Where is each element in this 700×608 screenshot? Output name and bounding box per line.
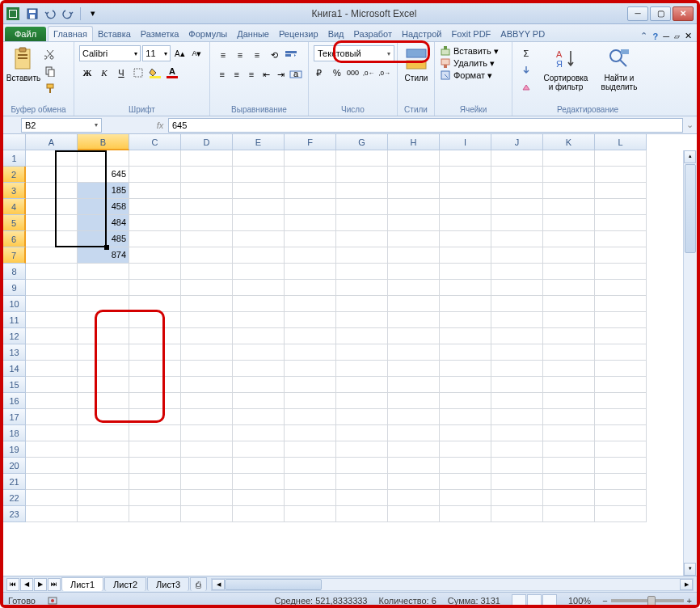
cell-F20[interactable] bbox=[285, 458, 336, 474]
cell-A7[interactable] bbox=[26, 247, 78, 264]
cell-B11[interactable] bbox=[78, 312, 129, 328]
cell-F23[interactable] bbox=[285, 506, 336, 522]
cell-I1[interactable] bbox=[440, 150, 491, 167]
cell-H6[interactable] bbox=[388, 231, 440, 247]
cell-K18[interactable] bbox=[543, 425, 595, 441]
align-middle-icon[interactable]: ≡ bbox=[232, 47, 248, 63]
col-header-K[interactable]: K bbox=[543, 134, 595, 150]
maximize-button[interactable]: ▢ bbox=[650, 6, 671, 21]
cell-A22[interactable] bbox=[26, 490, 78, 506]
cell-C1[interactable] bbox=[129, 150, 181, 167]
cell-J13[interactable] bbox=[491, 344, 543, 361]
cell-E1[interactable] bbox=[233, 150, 285, 167]
row-header-22[interactable]: 22 bbox=[3, 490, 26, 506]
cell-H19[interactable] bbox=[388, 441, 440, 458]
cell-C21[interactable] bbox=[129, 474, 181, 490]
sheet-tab-1[interactable]: Лист1 bbox=[61, 577, 103, 591]
cell-G11[interactable] bbox=[336, 312, 388, 328]
clear-icon[interactable] bbox=[517, 79, 535, 95]
cell-G13[interactable] bbox=[336, 344, 388, 361]
cell-F17[interactable] bbox=[285, 409, 336, 425]
row-header-8[interactable]: 8 bbox=[3, 264, 26, 280]
cell-E2[interactable] bbox=[233, 167, 285, 183]
cell-D2[interactable] bbox=[181, 167, 233, 183]
cell-B1[interactable] bbox=[78, 150, 129, 167]
tab-data[interactable]: Данные bbox=[232, 27, 274, 41]
cell-C2[interactable] bbox=[129, 167, 181, 183]
cell-A20[interactable] bbox=[26, 458, 78, 474]
cell-H11[interactable] bbox=[388, 312, 440, 328]
cell-E15[interactable] bbox=[233, 377, 285, 393]
cell-A15[interactable] bbox=[26, 377, 78, 393]
cell-E8[interactable] bbox=[233, 264, 285, 280]
cell-C12[interactable] bbox=[129, 328, 181, 344]
new-sheet-icon[interactable]: ⎙ bbox=[190, 577, 207, 591]
cell-D10[interactable] bbox=[181, 296, 233, 312]
cell-E6[interactable] bbox=[233, 231, 285, 247]
row-header-11[interactable]: 11 bbox=[3, 312, 26, 328]
cell-E10[interactable] bbox=[233, 296, 285, 312]
cell-H23[interactable] bbox=[388, 506, 440, 522]
col-header-J[interactable]: J bbox=[491, 134, 543, 150]
cell-K14[interactable] bbox=[543, 361, 595, 377]
cell-F5[interactable] bbox=[285, 215, 336, 231]
cell-K6[interactable] bbox=[543, 231, 595, 247]
grow-font-icon[interactable]: A▴ bbox=[172, 45, 188, 61]
mdi-restore-icon[interactable]: ▱ bbox=[674, 32, 680, 40]
cell-L10[interactable] bbox=[595, 296, 647, 312]
cell-B16[interactable] bbox=[78, 393, 129, 409]
cell-A13[interactable] bbox=[26, 344, 78, 361]
cell-I18[interactable] bbox=[440, 425, 491, 441]
font-size-combo[interactable]: 11▾ bbox=[142, 45, 171, 61]
cell-L1[interactable] bbox=[595, 150, 647, 167]
cell-B4[interactable]: 458 bbox=[78, 199, 129, 215]
cell-B18[interactable] bbox=[78, 425, 129, 441]
align-center-icon[interactable]: ≡ bbox=[230, 66, 243, 82]
cell-C22[interactable] bbox=[129, 490, 181, 506]
cell-L21[interactable] bbox=[595, 474, 647, 490]
cell-I15[interactable] bbox=[440, 377, 491, 393]
cell-D4[interactable] bbox=[181, 199, 233, 215]
cell-C5[interactable] bbox=[129, 215, 181, 231]
cell-F18[interactable] bbox=[285, 425, 336, 441]
cell-G14[interactable] bbox=[336, 361, 388, 377]
cell-E3[interactable] bbox=[233, 183, 285, 199]
percent-icon[interactable]: % bbox=[330, 65, 345, 81]
cell-H22[interactable] bbox=[388, 490, 440, 506]
cell-K3[interactable] bbox=[543, 183, 595, 199]
cell-I3[interactable] bbox=[440, 183, 491, 199]
cell-E20[interactable] bbox=[233, 458, 285, 474]
cell-J4[interactable] bbox=[491, 199, 543, 215]
mdi-close-icon[interactable]: ✕ bbox=[685, 31, 692, 41]
save-button[interactable] bbox=[24, 6, 40, 22]
cell-E9[interactable] bbox=[233, 280, 285, 296]
cell-C14[interactable] bbox=[129, 361, 181, 377]
cell-G12[interactable] bbox=[336, 328, 388, 344]
cell-I13[interactable] bbox=[440, 344, 491, 361]
cell-C19[interactable] bbox=[129, 441, 181, 458]
cell-H16[interactable] bbox=[388, 393, 440, 409]
cell-C4[interactable] bbox=[129, 199, 181, 215]
cell-F19[interactable] bbox=[285, 441, 336, 458]
cell-H15[interactable] bbox=[388, 377, 440, 393]
styles-button[interactable]: Стили bbox=[401, 44, 432, 104]
cell-G19[interactable] bbox=[336, 441, 388, 458]
currency-icon[interactable]: ₽ bbox=[314, 65, 329, 81]
cell-I21[interactable] bbox=[440, 474, 491, 490]
col-header-E[interactable]: E bbox=[233, 134, 285, 150]
cell-C3[interactable] bbox=[129, 183, 181, 199]
cell-F2[interactable] bbox=[285, 167, 336, 183]
mdi-minimize-icon[interactable]: ─ bbox=[663, 32, 669, 41]
cell-J3[interactable] bbox=[491, 183, 543, 199]
cell-H12[interactable] bbox=[388, 328, 440, 344]
insert-cells-button[interactable]: Вставить ▾ bbox=[440, 45, 507, 57]
cell-I20[interactable] bbox=[440, 458, 491, 474]
cell-A9[interactable] bbox=[26, 280, 78, 296]
cell-C16[interactable] bbox=[129, 393, 181, 409]
cell-C20[interactable] bbox=[129, 458, 181, 474]
cell-L16[interactable] bbox=[595, 393, 647, 409]
cell-D5[interactable] bbox=[181, 215, 233, 231]
col-header-I[interactable]: I bbox=[440, 134, 491, 150]
tab-developer[interactable]: Разработ bbox=[349, 27, 397, 41]
increase-decimal-icon[interactable]: ,0← bbox=[361, 65, 377, 81]
